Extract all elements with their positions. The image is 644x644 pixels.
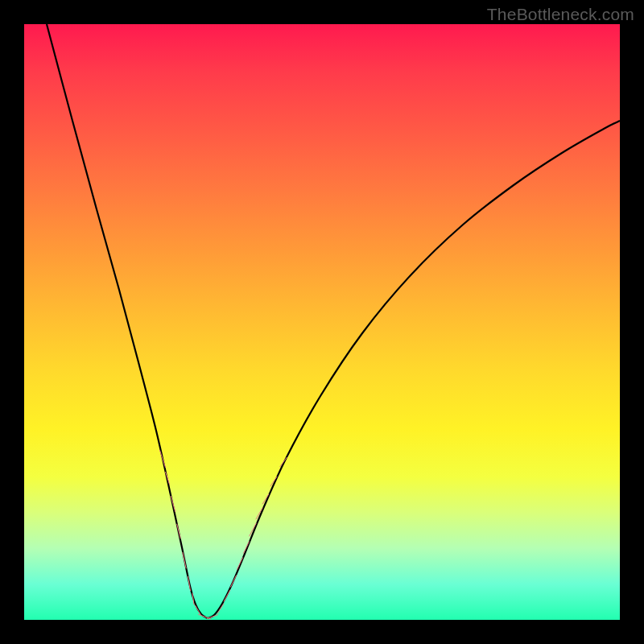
curve-left-branch bbox=[47, 24, 208, 618]
watermark-text: TheBottleneck.com bbox=[487, 5, 634, 24]
curve-right-branch bbox=[208, 121, 620, 618]
data-marker bbox=[230, 576, 236, 587]
chart-svg bbox=[24, 24, 620, 620]
data-marker bbox=[160, 451, 166, 468]
data-marker bbox=[224, 590, 230, 601]
chart-curves bbox=[47, 24, 620, 618]
data-marker bbox=[196, 605, 201, 615]
